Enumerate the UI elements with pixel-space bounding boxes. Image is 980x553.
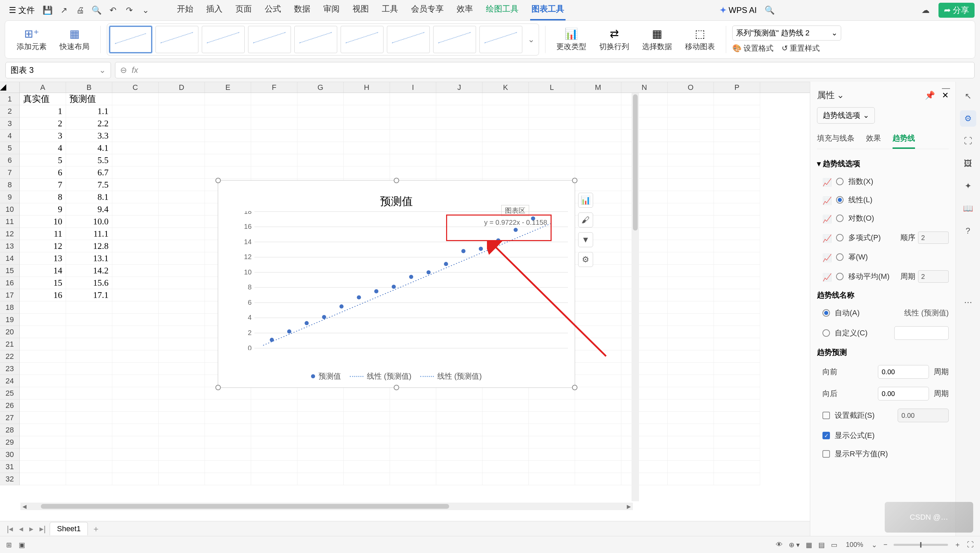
cell[interactable] — [668, 215, 714, 228]
cell[interactable] — [298, 412, 344, 424]
cell[interactable] — [482, 130, 529, 142]
cell[interactable] — [714, 424, 760, 436]
cell[interactable] — [575, 142, 621, 154]
cell[interactable] — [529, 448, 575, 461]
cell[interactable] — [575, 118, 621, 130]
cell[interactable] — [436, 424, 482, 436]
cell[interactable] — [344, 448, 390, 461]
cell[interactable] — [298, 436, 344, 448]
add-element-group[interactable]: ⊞⁺ 添加元素 — [12, 27, 51, 52]
cell[interactable] — [344, 412, 390, 424]
cell[interactable] — [529, 424, 575, 436]
view-focus-icon[interactable]: ⊕ ▾ — [789, 541, 800, 549]
column-header[interactable]: M — [575, 82, 621, 92]
settings-tool-icon[interactable]: ⚙ — [960, 110, 976, 127]
cell[interactable] — [251, 387, 298, 399]
cell[interactable] — [714, 448, 760, 461]
change-type-button[interactable]: 📊 更改类型 — [552, 27, 591, 52]
more-tool-icon[interactable]: ⋯ — [960, 294, 976, 311]
row-header[interactable]: 12 — [0, 228, 20, 240]
cell[interactable] — [112, 289, 159, 301]
cell[interactable] — [575, 105, 621, 118]
order-input[interactable] — [918, 231, 949, 244]
cell[interactable] — [298, 93, 344, 105]
cell[interactable] — [390, 105, 436, 118]
cell[interactable] — [344, 461, 390, 473]
cell[interactable] — [668, 338, 714, 351]
cell[interactable] — [112, 93, 159, 105]
cell[interactable] — [668, 314, 714, 326]
cell[interactable] — [112, 461, 159, 473]
cell[interactable] — [668, 375, 714, 387]
cell[interactable] — [482, 93, 529, 105]
cell[interactable]: 10 — [20, 215, 66, 228]
cell[interactable] — [714, 301, 760, 314]
redo-icon[interactable]: ↷ — [123, 3, 136, 17]
cell[interactable] — [159, 399, 205, 412]
cell[interactable] — [205, 142, 251, 154]
sheet-nav-next[interactable]: ▸ — [27, 524, 35, 534]
cell[interactable] — [575, 387, 621, 399]
cell[interactable]: 5.5 — [66, 154, 112, 167]
cell[interactable] — [529, 436, 575, 448]
cell[interactable] — [482, 412, 529, 424]
cell[interactable] — [714, 105, 760, 118]
cell[interactable] — [621, 399, 668, 412]
custom-name-input[interactable] — [894, 326, 949, 340]
cell[interactable] — [668, 93, 714, 105]
cell[interactable] — [529, 105, 575, 118]
horizontal-scrollbar[interactable]: ◂▸ — [21, 503, 633, 510]
tab-review[interactable]: 审阅 — [322, 0, 341, 21]
tab-page[interactable]: 页面 — [234, 0, 253, 21]
column-header[interactable]: O — [668, 82, 714, 92]
cell[interactable] — [575, 154, 621, 167]
cell[interactable] — [112, 179, 159, 191]
cell[interactable] — [668, 301, 714, 314]
cell[interactable]: 10.0 — [66, 215, 112, 228]
chart-legend[interactable]: 预测值 线性 (预测值) 线性 (预测值) — [218, 371, 575, 381]
cell[interactable] — [112, 399, 159, 412]
cell[interactable] — [482, 387, 529, 399]
cell[interactable] — [714, 473, 760, 485]
cell[interactable] — [159, 277, 205, 289]
cell[interactable] — [714, 289, 760, 301]
cell[interactable] — [298, 473, 344, 485]
name-custom[interactable]: 自定义(C) — [817, 322, 949, 344]
cell[interactable] — [112, 363, 159, 375]
cell[interactable] — [205, 105, 251, 118]
cell[interactable] — [66, 448, 112, 461]
cell[interactable]: 17.1 — [66, 289, 112, 301]
row-header[interactable]: 32 — [0, 473, 20, 485]
cell[interactable] — [159, 289, 205, 301]
cell[interactable]: 6.7 — [66, 167, 112, 179]
cell[interactable] — [668, 387, 714, 399]
view-eye-icon[interactable]: 👁 — [776, 541, 783, 548]
cell[interactable] — [668, 105, 714, 118]
set-intercept-row[interactable]: 设置截距(S) — [817, 405, 949, 426]
cell[interactable] — [20, 424, 66, 436]
share-button[interactable]: ➦ 分享 — [939, 3, 975, 18]
cell[interactable] — [159, 363, 205, 375]
cell[interactable] — [66, 424, 112, 436]
chart-elements-icon[interactable]: 📊 — [578, 193, 593, 208]
cell[interactable] — [251, 399, 298, 412]
cell[interactable] — [621, 105, 668, 118]
cell[interactable] — [390, 130, 436, 142]
cell[interactable] — [251, 154, 298, 167]
sheet-nav-first[interactable]: |◂ — [5, 524, 15, 534]
cell[interactable] — [621, 252, 668, 265]
cell[interactable]: 11.1 — [66, 228, 112, 240]
row-header[interactable]: 14 — [0, 252, 20, 265]
cell[interactable] — [714, 387, 760, 399]
cell[interactable] — [20, 375, 66, 387]
column-header[interactable]: C — [112, 82, 159, 92]
row-header[interactable]: 16 — [0, 277, 20, 289]
cell[interactable] — [344, 118, 390, 130]
cell[interactable]: 13 — [20, 252, 66, 265]
cell[interactable] — [390, 93, 436, 105]
cell[interactable] — [159, 265, 205, 277]
cell[interactable] — [298, 142, 344, 154]
row-header[interactable]: 8 — [0, 179, 20, 191]
cell[interactable]: 2.2 — [66, 118, 112, 130]
cell[interactable] — [482, 142, 529, 154]
